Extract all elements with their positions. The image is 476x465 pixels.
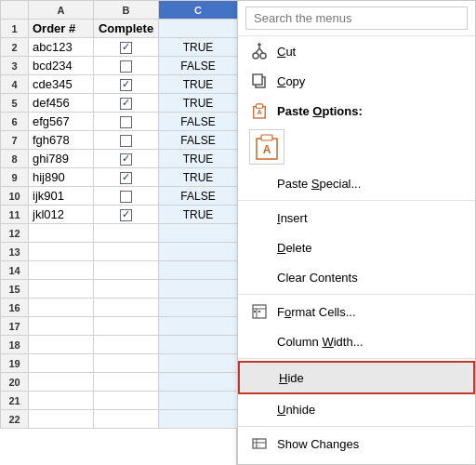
menu-item-unhide[interactable]: Unhide <box>238 394 475 424</box>
checkbox[interactable] <box>120 42 132 54</box>
menu-item-cut[interactable]: Cut <box>238 36 475 66</box>
cell-a[interactable] <box>29 243 94 261</box>
table-row[interactable]: 1Order #Complete <box>1 20 238 38</box>
table-row[interactable]: 9hij890TRUE <box>1 168 238 187</box>
menu-item-delete[interactable]: Delete <box>238 232 475 262</box>
table-row[interactable]: 4cde345TRUE <box>1 75 238 94</box>
cell-c[interactable] <box>159 224 238 243</box>
menu-item-format-cells[interactable]: Format Cells... <box>238 297 475 326</box>
cell-b[interactable] <box>94 206 159 224</box>
table-row[interactable]: 8ghi789TRUE <box>1 150 238 168</box>
table-row[interactable]: 20 <box>1 373 238 392</box>
col-header-a[interactable]: A <box>29 1 94 20</box>
cell-b[interactable] <box>94 410 159 429</box>
table-row[interactable]: 21 <box>1 392 238 410</box>
cell-b[interactable] <box>94 354 159 373</box>
col-header-c[interactable]: C <box>159 1 238 20</box>
cell-c[interactable] <box>159 20 238 38</box>
paste-icon-clipboard[interactable]: A <box>249 129 284 165</box>
checkbox[interactable] <box>120 135 132 147</box>
cell-c[interactable]: TRUE <box>159 38 238 57</box>
cell-c[interactable] <box>159 261 238 280</box>
cell-b[interactable] <box>94 336 159 354</box>
cell-a[interactable]: cde345 <box>29 75 94 94</box>
cell-c[interactable] <box>159 280 238 299</box>
checkbox[interactable] <box>120 209 132 221</box>
checkbox[interactable] <box>120 191 132 203</box>
cell-a[interactable]: ijk901 <box>29 187 94 206</box>
cell-c[interactable]: TRUE <box>159 94 238 113</box>
cell-a[interactable] <box>29 317 94 336</box>
checkbox[interactable] <box>120 60 132 73</box>
cell-b[interactable] <box>94 373 159 392</box>
table-row[interactable]: 17 <box>1 317 238 336</box>
cell-a[interactable] <box>29 354 94 373</box>
cell-c[interactable] <box>159 373 238 392</box>
cell-b[interactable] <box>94 131 159 150</box>
cell-b[interactable] <box>94 261 159 280</box>
cell-a[interactable] <box>29 261 94 280</box>
cell-b[interactable] <box>94 150 159 168</box>
table-row[interactable]: 16 <box>1 299 238 317</box>
cell-c[interactable] <box>159 299 238 317</box>
table-row[interactable]: 14 <box>1 261 238 280</box>
checkbox[interactable] <box>120 79 132 91</box>
cell-c[interactable]: TRUE <box>159 206 238 224</box>
table-row[interactable]: 12 <box>1 224 238 243</box>
menu-item-insert[interactable]: Insert <box>238 203 475 232</box>
table-row[interactable]: 3bcd234FALSE <box>1 57 238 75</box>
cell-a[interactable]: bcd234 <box>29 57 94 75</box>
cell-c[interactable]: FALSE <box>159 187 238 206</box>
cell-a[interactable]: abc123 <box>29 38 94 57</box>
cell-c[interactable]: TRUE <box>159 150 238 168</box>
cell-b[interactable] <box>94 38 159 57</box>
cell-a[interactable]: fgh678 <box>29 131 94 150</box>
cell-a[interactable] <box>29 392 94 410</box>
cell-b[interactable] <box>94 280 159 299</box>
cell-a[interactable] <box>29 336 94 354</box>
menu-search-input[interactable] <box>245 7 468 30</box>
cell-a[interactable]: ghi789 <box>29 150 94 168</box>
table-row[interactable]: 19 <box>1 354 238 373</box>
menu-item-paste-special[interactable]: Paste Special... <box>238 168 475 198</box>
cell-c[interactable]: FALSE <box>159 113 238 131</box>
checkbox[interactable] <box>120 172 132 184</box>
table-row[interactable]: 10ijk901FALSE <box>1 187 238 206</box>
cell-a[interactable] <box>29 373 94 392</box>
cell-a[interactable] <box>29 224 94 243</box>
cell-a[interactable]: def456 <box>29 94 94 113</box>
table-row[interactable]: 13 <box>1 243 238 261</box>
cell-a[interactable]: Order # <box>29 20 94 38</box>
table-row[interactable]: 6efg567FALSE <box>1 113 238 131</box>
table-row[interactable]: 18 <box>1 336 238 354</box>
menu-item-column-width[interactable]: Column Width... <box>238 326 475 356</box>
cell-c[interactable]: FALSE <box>159 57 238 75</box>
table-row[interactable]: 15 <box>1 280 238 299</box>
cell-a[interactable] <box>29 410 94 429</box>
cell-b[interactable] <box>94 187 159 206</box>
cell-c[interactable] <box>159 243 238 261</box>
cell-c[interactable] <box>159 410 238 429</box>
cell-c[interactable]: TRUE <box>159 75 238 94</box>
checkbox[interactable] <box>120 153 132 166</box>
menu-item-hide[interactable]: Hide <box>238 361 475 394</box>
cell-b[interactable] <box>94 75 159 94</box>
checkbox[interactable] <box>120 98 132 110</box>
col-header-b[interactable]: B <box>94 1 159 20</box>
cell-b[interactable] <box>94 392 159 410</box>
cell-c[interactable] <box>159 336 238 354</box>
cell-c[interactable] <box>159 317 238 336</box>
cell-c[interactable]: FALSE <box>159 131 238 150</box>
cell-b[interactable] <box>94 113 159 131</box>
cell-b[interactable]: Complete <box>94 20 159 38</box>
cell-c[interactable]: TRUE <box>159 168 238 187</box>
cell-b[interactable] <box>94 168 159 187</box>
cell-a[interactable] <box>29 299 94 317</box>
cell-b[interactable] <box>94 224 159 243</box>
cell-b[interactable] <box>94 243 159 261</box>
cell-c[interactable] <box>159 392 238 410</box>
table-row[interactable]: 11jkl012TRUE <box>1 206 238 224</box>
cell-b[interactable] <box>94 299 159 317</box>
cell-b[interactable] <box>94 57 159 75</box>
cell-b[interactable] <box>94 94 159 113</box>
